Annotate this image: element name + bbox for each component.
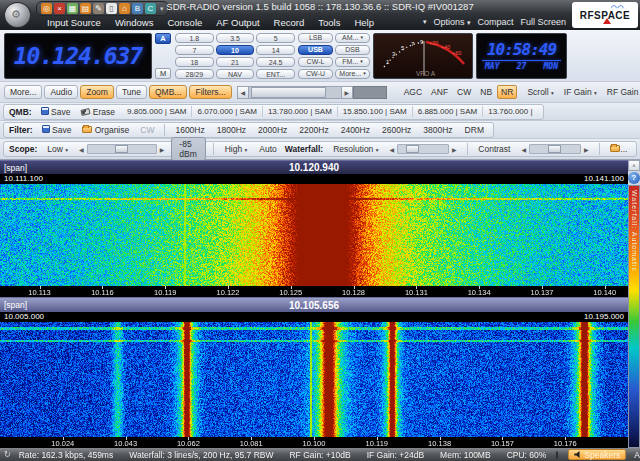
band-button-21[interactable]: 21 [216,57,255,67]
filter-preset-2200hz[interactable]: 2200Hz [295,123,332,137]
slider-left-arrow[interactable]: ◀ [386,146,397,153]
toolbar-button-qmb[interactable]: QMB... [149,85,187,99]
memory-button[interactable]: M [155,68,171,79]
scope-auto-button[interactable]: Auto [255,142,281,156]
mode-button-more[interactable]: More...▾ [335,69,370,79]
scroll-right-arrow[interactable]: ▶ [341,86,353,99]
toolbar-button-audio[interactable]: Audio [44,85,78,99]
quick-access-overflow-icon[interactable]: ▾ [160,5,164,13]
band-button-NAV[interactable]: NAV [216,69,255,79]
mode-button-lsb[interactable]: LSB [298,33,333,43]
slider-track[interactable] [397,144,449,154]
slider-left-arrow[interactable]: ◀ [518,146,529,153]
band-button-ENT...[interactable]: ENT... [256,69,295,79]
slider-right-arrow[interactable]: ▶ [449,146,460,153]
toolbar-button-more[interactable]: More... [4,85,42,99]
waterfall1-header[interactable]: [span] 10.120.940 [0,160,628,174]
filter-preset-3800hz[interactable]: 3800Hz [419,123,456,137]
b-icon[interactable]: B [132,3,143,14]
filter-preset-2400hz[interactable]: 2400Hz [337,123,374,137]
filter-organise-button[interactable]: Organise [78,123,133,137]
menu-item-windows[interactable]: Windows [108,17,161,28]
filter-cw-button[interactable]: CW [136,123,158,137]
slider-thumb[interactable] [548,145,561,153]
slider-track[interactable] [529,144,581,154]
band-button-18[interactable]: 18 [175,57,214,67]
page-icon[interactable]: ▯ [106,3,117,14]
menu-item-af-output[interactable]: AF Output [209,17,266,28]
qmb-memory-button[interactable]: 13.760.000 | [483,106,537,117]
menu-item-help[interactable]: Help [347,17,381,28]
menu-item-tools[interactable]: Tools [311,17,347,28]
band-button-14[interactable]: 14 [256,45,295,55]
app-menu-button[interactable]: ⚙ [4,2,31,28]
scrollbar-track[interactable] [249,86,341,99]
target-icon[interactable]: ◎ [41,3,52,14]
menu-item-input-source[interactable]: Input Source [40,17,108,28]
vfo-a-button[interactable]: A [155,33,171,44]
band-button-28-29[interactable]: 28/29 [175,69,214,79]
fullscreen-button[interactable]: Full Screen [520,17,566,27]
menu-item-record[interactable]: Record [267,17,312,28]
slider-right-arrow[interactable]: ▶ [157,146,168,153]
pencil-icon[interactable]: ✎ [93,3,104,14]
filter-preset-2000hz[interactable]: 2000Hz [254,123,291,137]
band-button-7[interactable]: 7 [175,45,214,55]
scope-low-menu[interactable]: Low ▾ [43,142,72,156]
waterfall-options-button[interactable]: ... [606,142,631,156]
filter-preset-1800hz[interactable]: 1800Hz [213,123,250,137]
band-button-24.5[interactable]: 24.5 [256,57,295,67]
toolbar-menu-if-gain[interactable]: IF Gain ▾ [560,85,601,99]
mode-button-cw-l[interactable]: CW-L [298,57,333,67]
filter-preset-drm[interactable]: DRM [461,123,488,137]
waterfall-display-1[interactable] [0,184,628,286]
qmb-memory-button[interactable]: 13.780.000 | SAM [263,106,338,117]
qmb-memory-button[interactable]: 15.850.100 | SAM [338,106,413,117]
menu-item-console[interactable]: Console [160,17,209,28]
display-icon[interactable]: ▦ [67,3,78,14]
filter-preset-2600hz[interactable]: 2600Hz [378,123,415,137]
home-icon[interactable]: ⌂ [119,3,130,14]
scope-high-menu[interactable]: High ▾ [221,142,252,156]
band-button-5[interactable]: 5 [256,33,295,43]
mode-button-dsb[interactable]: DSB [335,45,370,55]
tools-icon[interactable]: × [54,3,65,14]
scope-level-value[interactable]: -85 dBm [171,137,206,161]
toolbar-menu-scroll[interactable]: Scroll ▾ [523,85,557,99]
collapse-button[interactable]: ˄ [628,160,640,171]
waterfall2-header[interactable]: [span] 10.105.656 [0,297,628,312]
dsp-button-cw[interactable]: CW [453,85,475,99]
speakers-button[interactable]: Speakers [568,449,626,460]
band-button-1.8[interactable]: 1.8 [175,33,214,43]
help-icon[interactable]: ? [628,172,640,184]
options-menu[interactable]: Options ▾ [433,17,470,27]
mode-button-am[interactable]: AM...▾ [335,33,370,43]
mode-button-fm[interactable]: FM...▾ [335,57,370,67]
toolbar-button-zoom[interactable]: Zoom [80,85,114,99]
qmb-memory-button[interactable]: 6.885.000 | SAM [413,106,483,117]
band-button-10[interactable]: 10 [216,45,255,55]
band-button-3.5[interactable]: 3.5 [216,33,255,43]
qmb-save-button[interactable]: Save [37,105,75,119]
dsp-button-anf[interactable]: ANF [427,85,452,99]
slider-right-arrow[interactable]: ▶ [581,146,592,153]
frequency-display[interactable]: 10.124.637 [4,33,152,79]
slider-track[interactable] [87,144,157,154]
qmb-memory-button[interactable]: 6.070.000 | SAM [192,106,262,117]
mode-button-cw-u[interactable]: CW-U [298,69,333,79]
c-icon[interactable]: C [145,3,156,14]
scroll-left-arrow[interactable]: ◀ [237,86,249,99]
filter-preset-1600hz[interactable]: 1600Hz [171,123,208,137]
dsp-button-nr[interactable]: NR [497,85,517,99]
qmb-memory-button[interactable]: 9.805.000 | SAM [122,106,192,117]
waterfall-resolution-menu[interactable]: Resolution ▾ [329,142,382,156]
toolbar-button-tune[interactable]: Tune [116,85,147,99]
filter-save-button[interactable]: Save [38,123,76,137]
slider-thumb[interactable] [115,145,128,153]
dsp-button-agc[interactable]: AGC [400,85,426,99]
calendar-icon[interactable]: ▤ [80,3,91,14]
dsp-button-nb[interactable]: NB [476,85,496,99]
toolbar-menu-rf-gain[interactable]: RF Gain ▾ [603,85,640,99]
slider-left-arrow[interactable]: ◀ [76,146,87,153]
compact-button[interactable]: Compact [477,17,513,27]
